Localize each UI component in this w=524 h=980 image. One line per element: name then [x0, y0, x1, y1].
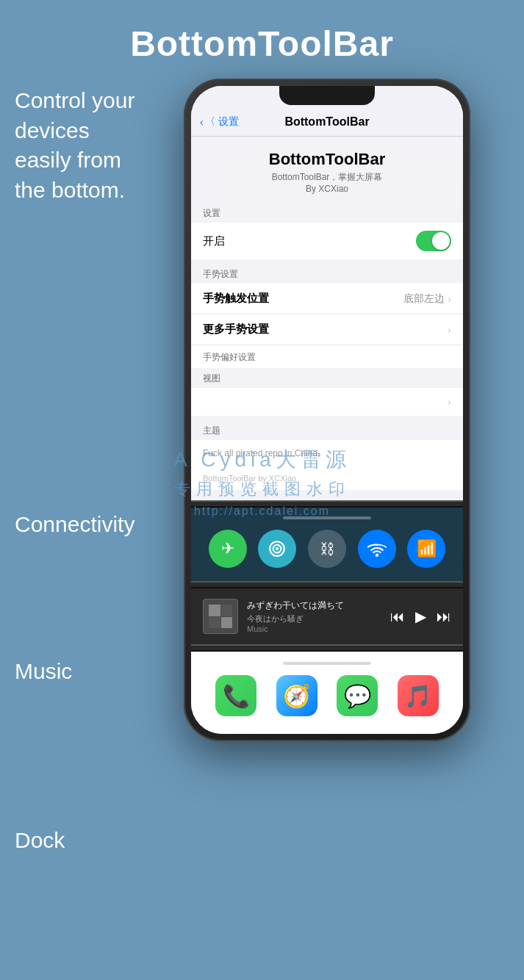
theme-watermark-text: Fuck all pirated repo in China.: [203, 448, 320, 458]
header: BottomToolBar: [0, 0, 524, 79]
toggle-thumb: [432, 232, 450, 250]
ios-app-desc1: BottomToolBar，掌握大屏幕: [198, 171, 456, 184]
view-section-label: 视图: [191, 370, 463, 388]
nav-title-label: BottomToolBar: [284, 115, 369, 129]
gesture-trigger-label: 手势触发位置: [203, 292, 269, 306]
settings-screen: ‹ 〈 设置 BottomToolBar BottomToolBar Botto…: [191, 86, 463, 500]
bluetooth-button[interactable]: 📶: [407, 530, 445, 568]
music-label: Music: [15, 659, 72, 684]
gesture-section-label: 手势设置: [191, 265, 463, 284]
pre-connectivity-space: [191, 493, 463, 500]
music-app-icon[interactable]: 🎵: [398, 675, 439, 716]
view-row[interactable]: ›: [191, 388, 463, 416]
theme-watermark-text2: BottomToolBar by XCXiao: [203, 474, 296, 483]
music-info: みずぎわ干いては満ちて 今夜はから騒ぎ Music: [247, 599, 381, 633]
iphone-notch: [279, 86, 375, 105]
nav-back-label: 〈 设置: [205, 115, 239, 129]
tagline-line2: devices: [15, 116, 134, 146]
page-wrapper: BottomToolBar Control your devices easil…: [0, 0, 524, 980]
view-row-chevron-icon: ›: [448, 396, 451, 408]
theme-table: Fuck all pirated repo in China. BottomTo…: [191, 440, 463, 490]
app-title-heading: BottomToolBar: [15, 24, 509, 64]
play-button[interactable]: ▶: [415, 608, 426, 625]
messages-app-icon[interactable]: 💬: [337, 675, 378, 716]
safari-app-icon[interactable]: 🧭: [276, 675, 317, 716]
connectivity-label: Connectivity: [15, 512, 134, 537]
theme-row[interactable]: Fuck all pirated repo in China.: [191, 440, 463, 466]
panel-divider-2: [191, 581, 463, 588]
tagline-line3: easily from: [15, 145, 134, 176]
dock-home-indicator: [283, 662, 371, 665]
music-panel: みずぎわ干いては満ちて 今夜はから騒ぎ Music ⏮ ▶ ⏭: [191, 588, 463, 644]
ios-app-name: BottomToolBar: [198, 150, 456, 169]
panel-divider-3: [191, 644, 463, 652]
dock-panel: 📞 🧭 💬 🎵: [191, 652, 463, 734]
enable-label: 开启: [203, 234, 225, 248]
airplane-button[interactable]: ✈: [209, 530, 247, 568]
wifi-button[interactable]: [358, 530, 396, 568]
gesture-pref-label: 手势偏好设置: [203, 352, 256, 362]
gesture-table: 手势触发位置 底部左边 › 更多手势设置 ›: [191, 284, 463, 368]
settings-table: 开启: [191, 223, 463, 259]
ios-app-desc2: By XCXiao: [198, 184, 456, 194]
theme-section-label: 主题: [191, 422, 463, 440]
tagline-line4: the bottom.: [15, 176, 134, 206]
iphone-bezel: ‹ 〈 设置 BottomToolBar BottomToolBar Botto…: [184, 79, 470, 741]
cellular-button[interactable]: [258, 530, 296, 568]
settings-section-label: 设置: [191, 204, 463, 223]
music-album-art: [203, 599, 238, 634]
conn-buttons-row: ✈ ⛓ 📶: [203, 530, 451, 568]
music-source-text: Music: [247, 624, 381, 633]
gesture-trigger-chevron-icon: ›: [448, 293, 451, 305]
more-gesture-chevron-icon: ›: [448, 324, 451, 336]
more-gesture-label: 更多手势设置: [203, 323, 269, 336]
theme-row2: BottomToolBar by XCXiao: [191, 466, 463, 490]
svg-point-2: [276, 547, 279, 550]
panel-divider-1: [191, 500, 463, 508]
gesture-trigger-value-group: 底部左边 ›: [403, 292, 451, 306]
enable-row[interactable]: 开启: [191, 223, 463, 259]
nav-back-button[interactable]: ‹ 〈 设置: [200, 115, 239, 129]
iphone-screen: ‹ 〈 设置 BottomToolBar BottomToolBar Botto…: [191, 86, 463, 734]
back-chevron-icon: ‹: [200, 116, 204, 128]
dock-icons-row: 📞 🧭 💬 🎵: [206, 675, 448, 716]
music-controls: ⏮ ▶ ⏭: [390, 608, 451, 625]
dock-label: Dock: [15, 828, 65, 853]
gesture-trigger-value: 底部左边: [403, 292, 445, 306]
app-header-section: BottomToolBar BottomToolBar，掌握大屏幕 By XCX…: [191, 137, 463, 204]
enable-toggle[interactable]: [416, 231, 451, 251]
phone-frame: ‹ 〈 设置 BottomToolBar BottomToolBar Botto…: [184, 79, 492, 741]
conn-home-indicator: [283, 516, 371, 519]
tagline-line1: Control your: [15, 86, 134, 116]
gesture-pref-row: 手势偏好设置: [191, 345, 463, 368]
more-gesture-row[interactable]: 更多手势设置 ›: [191, 314, 463, 345]
connectivity-panel: ✈ ⛓ 📶: [191, 508, 463, 581]
phone-app-icon[interactable]: 📞: [215, 675, 256, 716]
music-title-text: みずぎわ干いては満ちて: [247, 599, 381, 612]
gesture-trigger-row[interactable]: 手势触发位置 底部左边 ›: [191, 284, 463, 314]
main-area: Control your devices easily from the bot…: [0, 79, 524, 785]
chain-button[interactable]: ⛓: [308, 530, 346, 568]
view-table: ›: [191, 388, 463, 416]
tagline-block: Control your devices easily from the bot…: [15, 86, 134, 205]
next-track-button[interactable]: ⏭: [437, 608, 451, 625]
prev-track-button[interactable]: ⏮: [390, 608, 405, 625]
music-subtitle-text: 今夜はから騒ぎ: [247, 613, 381, 624]
